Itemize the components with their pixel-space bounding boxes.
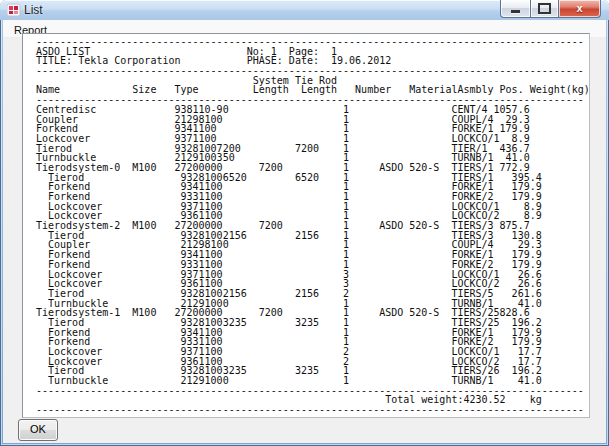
minimize-button[interactable]: [500, 0, 530, 18]
maximize-button[interactable]: [530, 0, 559, 18]
tekla-app-icon: [7, 3, 21, 17]
ok-button[interactable]: OK: [18, 419, 58, 441]
list-window: List x Report --------------------------…: [0, 0, 609, 446]
minimize-icon: [511, 10, 520, 13]
ok-bar: OK: [3, 417, 606, 443]
client-area: Report ---------------------------------…: [3, 20, 606, 443]
maximize-icon: [538, 3, 551, 14]
window-controls: x: [500, 0, 601, 18]
close-button[interactable]: x: [559, 0, 601, 18]
report-text: ----------------------------------------…: [23, 34, 589, 415]
close-icon: x: [576, 1, 582, 16]
report-panel: ----------------------------------------…: [22, 33, 590, 418]
titlebar[interactable]: List x: [0, 0, 609, 20]
window-title: List: [24, 3, 43, 17]
